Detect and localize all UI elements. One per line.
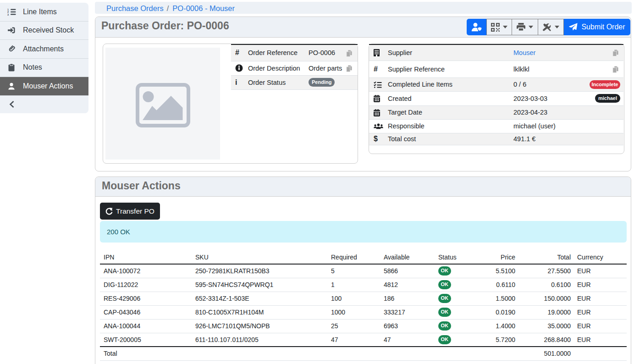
svg-text:3: 3 bbox=[7, 13, 9, 15]
